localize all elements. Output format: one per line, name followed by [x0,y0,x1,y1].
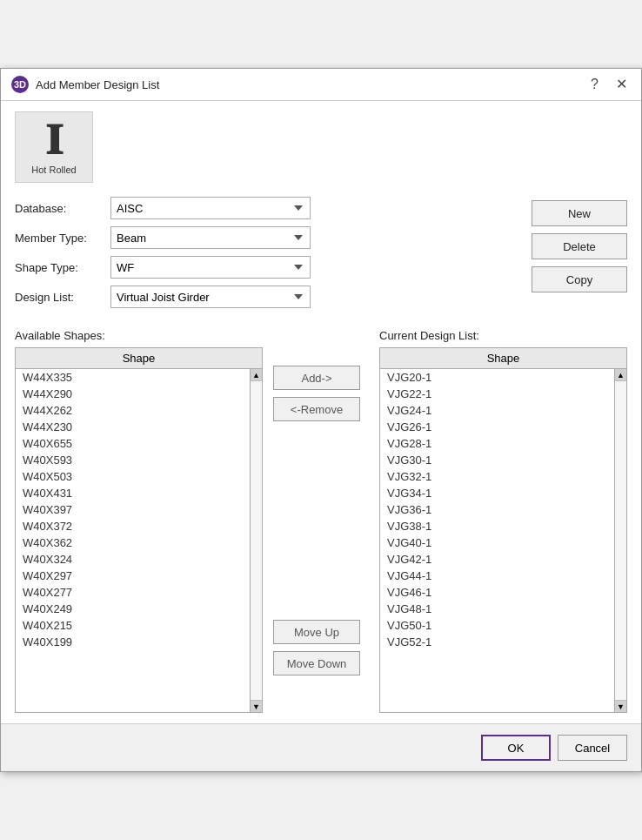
remove-button[interactable]: <-Remove [273,397,360,421]
list-item[interactable]: W44X230 [16,419,250,435]
current-list-scrollbar[interactable]: ▲ ▼ [614,369,626,712]
scroll-track [251,381,262,700]
shape-type-label: Shape Type: [15,261,110,274]
list-item[interactable]: VJG52-1 [380,634,614,650]
database-label: Database: [15,202,110,215]
list-item[interactable]: W40X215 [16,617,250,634]
list-item[interactable]: VJG22-1 [380,386,614,402]
list-item[interactable]: VJG32-1 [380,468,614,485]
help-button[interactable]: ? [587,77,602,91]
list-item[interactable]: VJG36-1 [380,501,614,518]
title-bar-controls: ? ✕ [587,77,631,91]
form-section: Database: AISC Member Type: Beam Shape T… [15,197,514,322]
move-up-button[interactable]: Move Up [273,620,360,644]
dialog-footer: OK Cancel [1,723,641,771]
list-item[interactable]: W44X290 [16,386,250,402]
list-item[interactable]: VJG24-1 [380,402,614,419]
available-shapes-scrollbar[interactable]: ▲ ▼ [250,369,262,712]
new-button[interactable]: New [532,200,627,226]
dialog-container: 3D Add Member Design List ? ✕ 𝐈 Hot Roll… [0,68,642,772]
dialog-title: Add Member Design List [36,78,587,91]
current-scroll-up-arrow[interactable]: ▲ [615,369,626,381]
current-design-list-title: Current Design List: [379,329,627,342]
shape-type-row: Shape Type: WF [15,256,514,279]
available-shapes-header: Shape [16,348,262,369]
list-item[interactable]: W40X397 [16,501,250,518]
list-item[interactable]: W40X503 [16,468,250,485]
list-item[interactable]: VJG30-1 [380,452,614,468]
design-list-label: Design List: [15,291,110,304]
list-item[interactable]: VJG46-1 [380,584,614,601]
list-item[interactable]: W40X324 [16,551,250,568]
design-list-row: Design List: Virtual Joist Girder [15,286,514,308]
list-item[interactable]: VJG50-1 [380,617,614,634]
list-item[interactable]: VJG28-1 [380,435,614,452]
current-design-list[interactable]: VJG20-1 VJG22-1 VJG24-1 VJG26-1 VJG28-1 … [380,369,614,712]
list-item[interactable]: W40X655 [16,435,250,452]
list-item[interactable]: W40X431 [16,485,250,501]
member-type-label: Member Type: [15,232,110,245]
list-item[interactable]: W40X372 [16,518,250,534]
cancel-button[interactable]: Cancel [558,735,627,761]
copy-button[interactable]: Copy [532,266,627,292]
member-type-row: Member Type: Beam [15,226,514,249]
app-icon: 3D [11,76,29,93]
database-row: Database: AISC [15,197,514,219]
move-buttons: Move Up Move Down [273,428,369,675]
list-item[interactable]: VJG40-1 [380,534,614,551]
hot-rolled-icon: 𝐈 [46,119,63,161]
design-list-select[interactable]: Virtual Joist Girder [110,286,311,308]
list-item[interactable]: VJG42-1 [380,551,614,568]
scroll-down-arrow[interactable]: ▼ [251,700,262,712]
form-and-buttons: Database: AISC Member Type: Beam Shape T… [15,197,627,322]
list-item[interactable]: W40X277 [16,584,250,601]
title-bar: 3D Add Member Design List ? ✕ [1,69,641,101]
icon-label: Hot Rolled [31,165,76,175]
available-shapes-container: Shape W44X335 W44X290 W44X262 W44X230 W4… [15,347,263,713]
middle-buttons: Add-> <-Remove Move Up Move Down [273,329,369,675]
current-design-list-container: Shape VJG20-1 VJG22-1 VJG24-1 VJG26-1 VJ… [379,347,627,713]
list-item[interactable]: W40X199 [16,634,250,650]
current-design-list-header: Shape [380,348,626,369]
shape-type-select[interactable]: WF [110,256,311,279]
current-scroll-track [615,381,626,700]
list-item[interactable]: W40X362 [16,534,250,551]
move-down-button[interactable]: Move Down [273,651,360,675]
list-item[interactable]: W40X593 [16,452,250,468]
available-shapes-panel: Available Shapes: Shape W44X335 W44X290 … [15,329,263,713]
list-item[interactable]: W44X262 [16,402,250,419]
form-grid: Database: AISC Member Type: Beam Shape T… [15,197,514,308]
available-shapes-title: Available Shapes: [15,329,263,342]
list-item[interactable]: VJG26-1 [380,419,614,435]
right-buttons: New Delete Copy [532,197,627,322]
current-scroll-down-arrow[interactable]: ▼ [615,700,626,712]
list-item[interactable]: VJG48-1 [380,601,614,617]
list-item[interactable]: W40X249 [16,601,250,617]
list-item[interactable]: VJG34-1 [380,485,614,501]
member-type-select[interactable]: Beam [110,226,311,249]
available-shapes-list[interactable]: W44X335 W44X290 W44X262 W44X230 W40X655 … [16,369,250,712]
dialog-body: 𝐈 Hot Rolled Database: AISC Member Type: [1,101,641,723]
list-item[interactable]: VJG44-1 [380,568,614,584]
list-item[interactable]: W40X297 [16,568,250,584]
delete-button[interactable]: Delete [532,233,627,259]
lists-section: Available Shapes: Shape W44X335 W44X290 … [15,329,627,713]
list-item[interactable]: VJG38-1 [380,518,614,534]
icon-area: 𝐈 Hot Rolled [15,111,93,183]
current-design-list-panel: Current Design List: Shape VJG20-1 VJG22… [379,329,627,713]
scroll-up-arrow[interactable]: ▲ [251,369,262,381]
add-button[interactable]: Add-> [273,366,360,390]
database-select[interactable]: AISC [110,197,311,219]
close-button[interactable]: ✕ [612,77,631,91]
ok-button[interactable]: OK [481,735,551,761]
current-design-list-body-wrapper: VJG20-1 VJG22-1 VJG24-1 VJG26-1 VJG28-1 … [380,369,626,712]
list-item[interactable]: VJG20-1 [380,369,614,386]
available-shapes-body-wrapper: W44X335 W44X290 W44X262 W44X230 W40X655 … [16,369,262,712]
list-item[interactable]: W44X335 [16,369,250,386]
